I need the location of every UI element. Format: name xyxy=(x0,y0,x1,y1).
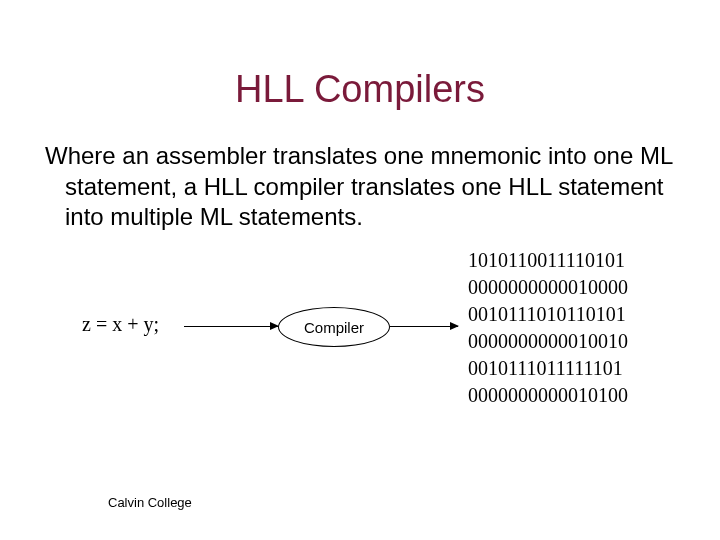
arrowhead-right xyxy=(450,322,459,330)
compiler-label: Compiler xyxy=(304,319,364,336)
arrow-right xyxy=(390,326,458,327)
footer-attribution: Calvin College xyxy=(108,495,192,510)
ml-line: 1010110011110101 xyxy=(468,247,628,274)
ml-line: 0000000000010010 xyxy=(468,328,628,355)
ml-line: 0010111011111101 xyxy=(468,355,628,382)
slide-body: Where an assembler translates one mnemon… xyxy=(20,111,720,233)
compiler-node: Compiler xyxy=(278,307,390,347)
source-code: z = x + y; xyxy=(82,313,159,336)
ml-line: 0000000000010000 xyxy=(468,274,628,301)
compiler-diagram: z = x + y; Compiler 1010110011110101 000… xyxy=(0,251,720,461)
slide-title: HLL Compilers xyxy=(0,0,720,111)
ml-line: 0000000000010100 xyxy=(468,382,628,409)
ml-line: 0010111010110101 xyxy=(468,301,628,328)
ml-output: 1010110011110101 0000000000010000 001011… xyxy=(468,247,628,409)
arrow-left xyxy=(184,326,278,327)
